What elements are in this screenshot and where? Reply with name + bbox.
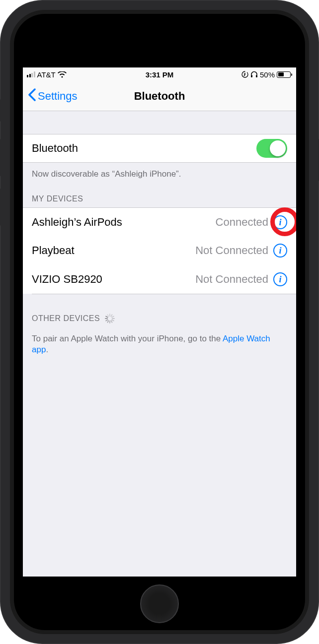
phone-frame: AT&T 3:31 PM 50%: [0, 0, 319, 644]
battery-icon: [277, 71, 292, 78]
nav-bar: Settings Bluetooth: [23, 81, 296, 111]
screen: AT&T 3:31 PM 50%: [23, 67, 296, 577]
device-status: Connected: [216, 216, 268, 229]
status-bar: AT&T 3:31 PM 50%: [23, 67, 296, 81]
device-status: Not Connected: [195, 273, 268, 286]
bluetooth-toggle[interactable]: [256, 139, 287, 158]
info-button[interactable]: i: [273, 215, 287, 229]
wifi-icon: [58, 71, 67, 78]
back-label: Settings: [38, 90, 78, 103]
bluetooth-label: Bluetooth: [32, 142, 78, 155]
bluetooth-toggle-row: Bluetooth: [23, 134, 296, 163]
battery-percent: 50%: [260, 70, 275, 79]
other-devices-header: OTHER DEVICES: [23, 294, 296, 327]
back-button[interactable]: Settings: [28, 88, 78, 104]
carrier-label: AT&T: [37, 70, 56, 79]
volume-down-button: [0, 189, 1, 226]
device-name: Playbeat: [32, 244, 75, 257]
page-title: Bluetooth: [134, 90, 185, 103]
other-devices-label: OTHER DEVICES: [32, 314, 100, 323]
info-button[interactable]: i: [273, 244, 287, 258]
my-devices-header: MY DEVICES: [23, 186, 296, 207]
discoverable-text: Now discoverable as “Ashleigh iPhone”.: [23, 163, 296, 186]
info-button[interactable]: i: [273, 272, 287, 286]
device-name: Ashleigh’s AirPods: [32, 216, 122, 229]
home-button: [140, 584, 179, 623]
footer-text-suffix: .: [46, 345, 48, 354]
device-row[interactable]: Playbeat Not Connected i: [23, 236, 296, 265]
chevron-left-icon: [28, 88, 36, 104]
device-row[interactable]: VIZIO SB2920 Not Connected i: [23, 265, 296, 294]
device-status: Not Connected: [195, 244, 268, 257]
mute-switch: [0, 99, 1, 122]
clock: 3:31 PM: [146, 70, 174, 79]
footer-text-prefix: To pair an Apple Watch with your iPhone,…: [32, 334, 223, 343]
device-name: VIZIO SB2920: [32, 273, 102, 286]
headphone-icon: [250, 71, 258, 78]
volume-up-button: [0, 139, 1, 176]
svg-rect-2: [256, 75, 257, 77]
other-devices-footer: To pair an Apple Watch with your iPhone,…: [23, 327, 296, 361]
device-row[interactable]: Ashleigh’s AirPods Connected i: [23, 207, 296, 236]
svg-rect-1: [251, 75, 252, 77]
signal-icon: [27, 71, 35, 77]
rotation-lock-icon: [241, 71, 248, 78]
spinner-icon: [105, 314, 115, 323]
